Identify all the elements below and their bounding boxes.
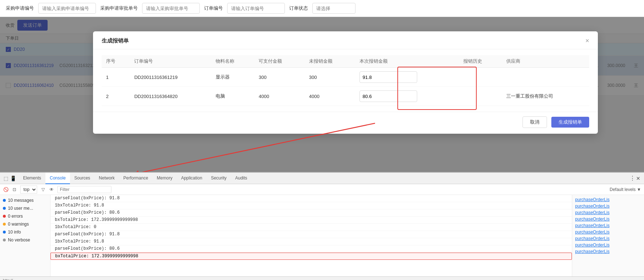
devtools-more-icon[interactable]: ⋮ [630,175,635,181]
col-header-history: 报销历史 [459,55,502,68]
log-link-3[interactable]: purchaseOrderLis [574,209,643,216]
devtools-tabs: ⬚ 📱 Elements Console Sources Network Per… [0,173,644,184]
col-header-supplier: 供应商 [502,55,589,68]
log-text-2: 1bxTotalPrice: 91.8 [55,203,568,208]
label-order-number: 订单编号 [204,5,223,12]
sidebar-item-user-messages[interactable]: 10 user me... [0,204,50,212]
log-line-8: parseFloat(bxPrice): 80.6 [50,245,572,253]
col-header-index: 序号 [102,55,130,68]
status-url: http:// [3,278,13,280]
modal-header: 生成报销单 × [93,31,598,49]
toggle-filter-icon[interactable]: ▽ [40,187,46,192]
clear-console-icon[interactable]: 🚫 [3,187,9,192]
cell-supplier-1 [502,68,589,87]
log-line-highlighted: bxTotalPrice: 172.39999999999998 [50,253,572,260]
modal-body: 序号 订单编号 物料名称 可支付金额 未报销金额 本次报销金额 报销历史 供应商 [93,49,598,112]
sidebar-item-messages[interactable]: 10 messages [0,196,50,204]
cell-order-2: DD20011316364820 [130,87,211,106]
devtools-toolbar: 🚫 ⊡ top ▽ 👁 Default levels ▼ [0,184,644,195]
dot-errors [3,215,6,218]
devtools-device-icon[interactable]: 📱 [10,175,16,181]
sidebar-label-errors: 0 errors [8,214,23,219]
log-line-7: 1bxTotalPrice: 91.8 [50,238,572,245]
log-line-1: parseFloat(bxPrice): 91.8 [50,195,572,202]
devtools-links-panel: purchaseOrderLis purchaseOrderLis purcha… [572,195,644,276]
modal-table: 序号 订单编号 物料名称 可支付金额 未报销金额 本次报销金额 报销历史 供应商 [102,55,589,106]
col-header-payable: 可支付金额 [254,55,305,68]
devtools-close-icon[interactable]: ✕ [635,175,641,181]
cell-index-2: 2 [102,87,130,106]
dot-verbose [3,239,6,241]
submit-button[interactable]: 生成报销单 [551,117,589,128]
sidebar-label-user-messages: 10 user me... [8,206,33,211]
log-link-4[interactable]: purchaseOrderLis [574,216,643,222]
cancel-button[interactable]: 取消 [522,116,547,128]
log-link-8[interactable]: purchaseOrderLis [574,242,643,248]
input-order-number[interactable] [227,3,285,14]
tab-sources[interactable]: Sources [70,173,94,184]
sidebar-item-warnings[interactable]: 0 warnings [0,220,50,228]
log-text-highlighted: bxTotalPrice: 172.39999999999998 [55,254,567,259]
devtools-status-bar: http:// [0,276,644,280]
log-link-5[interactable]: purchaseOrderLis [574,222,643,229]
log-line-4: bxTotalPrice: 172.39999999999998 [50,217,572,224]
log-line-2: 1bxTotalPrice: 91.8 [50,202,572,209]
modal-table-row-1: 1 DD20011316361219 显示器 300 300 [102,68,589,87]
tab-network[interactable]: Network [94,173,119,184]
col-header-unreimbursed: 未报销金额 [305,55,355,68]
sidebar-label-warnings: 0 warnings [8,222,29,227]
log-link-1[interactable]: purchaseOrderLis [574,196,643,203]
modal-footer: 取消 生成报销单 [93,112,598,134]
dot-info [3,231,6,234]
devtools-content: 10 messages 10 user me... 0 errors 0 war… [0,195,644,276]
log-text-5: 1bxTotalPrice: 0 [55,225,568,230]
col-header-material: 物料名称 [211,55,254,68]
modal-title: 生成报销单 [102,37,129,44]
tab-memory[interactable]: Memory [153,173,177,184]
devtools-levels-dropdown[interactable]: Default levels ▼ [610,187,641,192]
top-bar: 采购申请编号 采购申请审批单号 订单编号 订单状态 [0,0,644,17]
log-link-2[interactable]: purchaseOrderLis [574,203,643,209]
modal-generate-reimbursement: 生成报销单 × 序号 订单编号 物料名称 可支付金额 未报销金额 本次报销金额 … [93,31,598,134]
context-selector[interactable]: top [20,186,37,194]
input-order-status[interactable] [312,3,356,14]
log-link-6[interactable]: purchaseOrderLis [574,229,643,235]
log-text-6: parseFloat(bxPrice): 91.8 [55,232,568,237]
eye-icon[interactable]: 👁 [49,187,54,192]
sidebar-item-info[interactable]: 10 info [0,228,50,236]
cell-history-1 [459,68,502,87]
dot-user-messages [3,207,6,210]
log-line-3: parseFloat(bxPrice): 80.6 [50,209,572,217]
cell-payable-1: 300 [254,68,305,87]
devtools-inspect-icon[interactable]: ⬚ [3,175,9,181]
log-line-5: 1bxTotalPrice: 0 [50,224,572,231]
log-link-7[interactable]: purchaseOrderLis [574,235,643,242]
sidebar-item-verbose[interactable]: No verbose [0,236,50,244]
sidebar-item-errors[interactable]: 0 errors [0,212,50,220]
log-line-6: parseFloat(bxPrice): 91.8 [50,231,572,238]
cell-material-2: 电脑 [211,87,254,106]
tab-application[interactable]: Application [177,173,207,184]
input-amount-1[interactable] [360,71,417,83]
modal-table-row-2: 2 DD20011316364820 电脑 4000 4000 三一重工股份有限… [102,87,589,106]
tab-elements[interactable]: Elements [19,173,45,184]
label-purchase-request: 采购申请编号 [6,5,34,12]
cell-order-1: DD20011316361219 [130,68,211,87]
console-filter-input[interactable] [57,186,111,193]
cell-payable-2: 4000 [254,87,305,106]
tab-console[interactable]: Console [45,173,70,184]
input-amount-2[interactable] [360,90,417,102]
dot-warnings [3,223,6,226]
tab-performance[interactable]: Performance [119,173,153,184]
input-purchase-approval[interactable] [142,3,200,14]
cell-unreimbursed-2: 4000 [305,87,355,106]
input-purchase-request[interactable] [38,3,96,14]
sidebar-label-info: 10 info [8,230,21,235]
preserve-log-icon[interactable]: ⊡ [12,187,17,192]
tab-security[interactable]: Security [207,173,231,184]
tab-audits[interactable]: Audits [231,173,251,184]
devtools-panel: ⬚ 📱 Elements Console Sources Network Per… [0,172,644,280]
main-area: 收货 发送订单 下单日 DD20 DD20011316361219 CG2001… [0,17,644,172]
modal-close-button[interactable]: × [585,37,589,45]
log-link-9[interactable]: purchaseOrderLis [574,248,643,255]
